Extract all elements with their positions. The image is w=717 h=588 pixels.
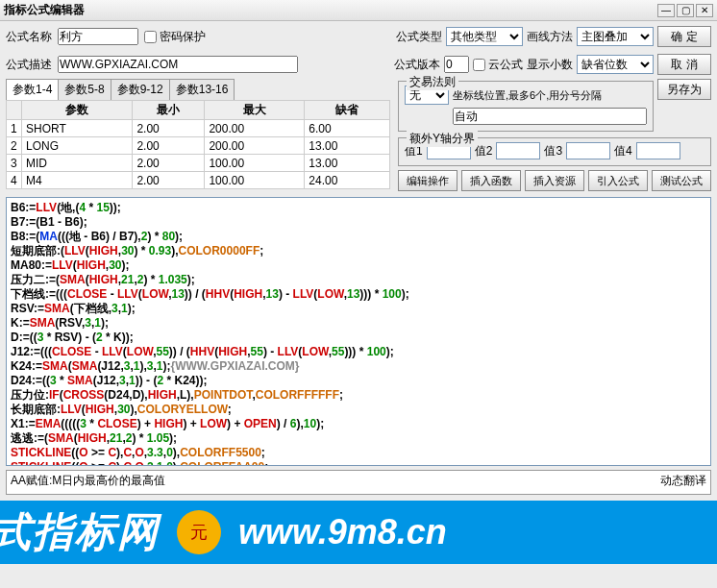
cloud-checkbox[interactable]: 云公式 [473, 57, 523, 73]
coord-hint: 坐标线位置,最多6个,用分号分隔 [453, 88, 602, 103]
extra-y-group: 额外Y轴分界 值1 值2 值3 值4 [398, 137, 711, 166]
insert-fn-button[interactable]: 插入函数 [461, 170, 521, 191]
tab-params-9-12[interactable]: 参数9-12 [111, 79, 170, 100]
param-tabs: 参数1-4 参数5-8 参数9-12 参数13-16 [6, 79, 390, 100]
param-table[interactable]: 参数最小最大缺省 1SHORT2.00200.006.002LONG2.0020… [6, 100, 390, 189]
badge-icon: 元 [177, 510, 221, 554]
titlebar: 指标公式编辑器 — ▢ ✕ [0, 0, 717, 21]
version-input[interactable] [444, 56, 469, 73]
val2-input[interactable] [496, 142, 540, 159]
edit-op-button[interactable]: 编辑操作 [398, 170, 457, 191]
param-panel: 参数1-4 参数5-8 参数9-12 参数13-16 参数最小最大缺省 1SHO… [6, 79, 390, 191]
row-desc: 公式描述 公式版本 云公式 显示小数 缺省位数 取 消 [0, 49, 717, 77]
banner-right: www.9m8.cn [238, 512, 447, 552]
code-editor[interactable]: B6:=LLV(地,(4 * 15));B7:=(B1 - B6);B8:=(M… [6, 197, 711, 466]
table-row[interactable]: 2LONG2.00200.0013.00 [7, 137, 390, 155]
table-row[interactable]: 1SHORT2.00200.006.00 [7, 120, 390, 137]
val3-label: 值3 [544, 143, 562, 159]
type-select[interactable]: 其他类型 [446, 27, 523, 46]
table-row[interactable]: 3MID2.00100.0013.00 [7, 155, 390, 172]
hint-box: AA赋值:M日内最高价的最高值 动态翻译 [6, 470, 711, 495]
hint-text: AA赋值:M日内最高价的最高值 [11, 473, 660, 492]
auto-input[interactable] [453, 108, 647, 125]
label-decimals: 显示小数 [527, 57, 573, 73]
banner-left: 式指标网 [0, 505, 160, 559]
ok-button[interactable]: 确 定 [657, 26, 711, 47]
import-formula-button[interactable]: 引入公式 [588, 170, 648, 191]
row-name: 公式名称 密码保护 公式类型 其他类型 画线方法 主图叠加 确 定 [0, 21, 717, 49]
window-title: 指标公式编辑器 [4, 2, 655, 18]
label-desc: 公式描述 [6, 57, 52, 73]
saveas-button[interactable]: 另存为 [657, 79, 711, 100]
test-formula-button[interactable]: 测试公式 [652, 170, 711, 191]
hint-right: 动态翻译 [660, 473, 706, 492]
label-type: 公式类型 [396, 29, 442, 45]
label-name: 公式名称 [6, 29, 52, 45]
tab-params-13-16[interactable]: 参数13-16 [169, 79, 235, 100]
tab-params-5-8[interactable]: 参数5-8 [58, 79, 111, 100]
minimize-icon[interactable]: — [657, 4, 675, 17]
draw-select[interactable]: 主图叠加 [577, 27, 654, 46]
cancel-button[interactable]: 取 消 [657, 54, 711, 75]
val4-input[interactable] [636, 142, 680, 159]
decimals-select[interactable]: 缺省位数 [577, 55, 654, 74]
trade-rule-group: 交易法则 无 坐标线位置,最多6个,用分号分隔 [398, 81, 654, 132]
val3-input[interactable] [566, 142, 610, 159]
maximize-icon[interactable]: ▢ [677, 4, 694, 17]
tab-params-1-4[interactable]: 参数1-4 [6, 79, 59, 100]
insert-res-button[interactable]: 插入资源 [525, 170, 584, 191]
watermark-banner: 式指标网 元 www.9m8.cn [0, 501, 717, 564]
name-input[interactable] [58, 28, 138, 45]
val4-label: 值4 [614, 143, 632, 159]
close-icon[interactable]: ✕ [696, 4, 713, 17]
label-version: 公式版本 [394, 57, 440, 73]
table-row[interactable]: 4M42.00100.0024.00 [7, 172, 390, 189]
label-draw: 画线方法 [527, 29, 573, 45]
password-checkbox[interactable]: 密码保护 [144, 29, 206, 45]
desc-input[interactable] [58, 56, 298, 73]
